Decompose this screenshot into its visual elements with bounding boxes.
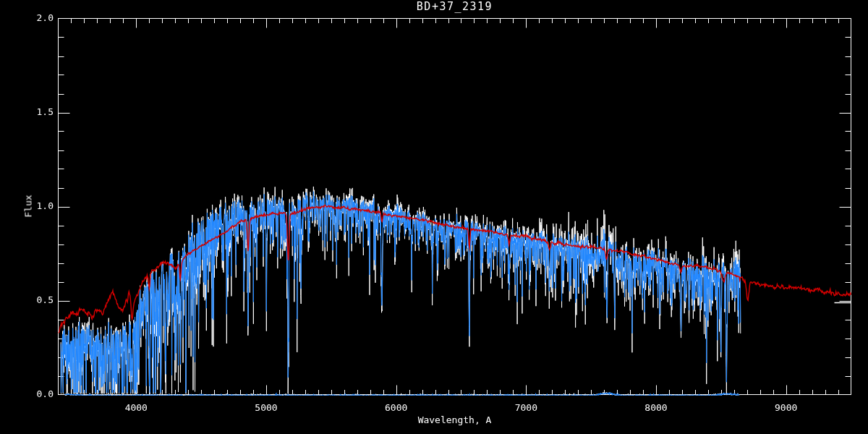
x-tick-label: 5000 xyxy=(243,402,289,413)
y-tick-label: 0.5 xyxy=(0,294,54,305)
x-tick-label: 6000 xyxy=(373,402,420,413)
x-tick-label: 8000 xyxy=(633,402,679,413)
x-tick-label: 4000 xyxy=(113,402,159,413)
y-tick-label: 2.0 xyxy=(0,12,54,23)
y-tick-label: 1.0 xyxy=(0,200,54,211)
x-axis-label: Wavelength, A xyxy=(58,414,851,425)
x-tick-label: 7000 xyxy=(503,402,549,413)
x-tick-label: 9000 xyxy=(763,402,809,413)
spectrum-plot-window: BD+37_2319 Wavelength, A Flux 4000500060… xyxy=(0,0,868,434)
y-tick-label: 0.0 xyxy=(0,388,54,399)
spectrum-canvas xyxy=(0,0,868,434)
y-tick-label: 1.5 xyxy=(0,106,54,117)
chart-title: BD+37_2319 xyxy=(58,1,851,12)
